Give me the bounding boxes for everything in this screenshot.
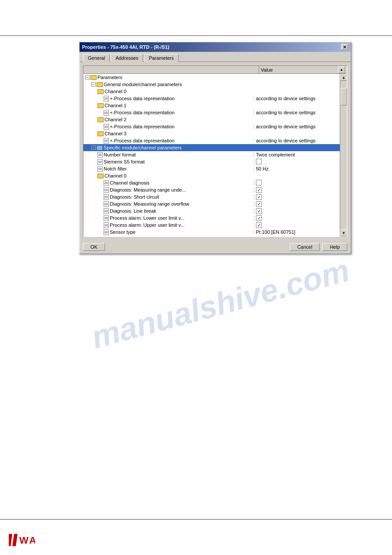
table-row[interactable]: Sensor type Pt 100 [EN 60751] <box>83 229 340 236</box>
table-row[interactable]: Process alarm: Upper user limit v... <box>83 221 340 229</box>
header-value-col: Value ▲ <box>259 66 347 73</box>
dialog-footer: OK Cancel Help <box>79 240 351 254</box>
scroll-up-arrow[interactable]: ▲ <box>340 74 347 81</box>
vertical-scrollbar[interactable]: ▲ ▼ <box>340 74 347 236</box>
tab-general[interactable]: General <box>83 54 110 62</box>
table-row[interactable]: +-Process data representation according … <box>83 123 340 130</box>
doc-icon <box>104 138 109 144</box>
table-row[interactable]: Channel diagnosis <box>83 179 340 186</box>
top-rule <box>0 35 392 36</box>
table-header: Value ▲ <box>83 66 347 74</box>
doc-icon <box>104 229 109 235</box>
svg-rect-1 <box>12 534 18 546</box>
table-row[interactable]: − General module/channel parameters <box>83 81 340 88</box>
doc-icon <box>104 124 109 130</box>
bottom-rule <box>0 519 392 520</box>
table-row[interactable]: − Parameters <box>83 74 340 81</box>
expand-button[interactable]: − <box>85 75 90 80</box>
doc-icon <box>104 187 109 193</box>
folder-icon <box>90 75 97 80</box>
table-row[interactable]: Diagnosis: Measuring range unde... <box>83 186 340 193</box>
parameters-tree-table: Value ▲ − Parameters <box>83 65 347 237</box>
table-row[interactable]: +-Process data representation according … <box>83 109 340 116</box>
doc-icon <box>104 222 109 228</box>
expand-button[interactable]: − <box>91 145 96 150</box>
scrollbar-thumb[interactable] <box>341 88 347 105</box>
folder-icon <box>97 174 104 178</box>
checkbox-short-circuit[interactable] <box>256 194 262 200</box>
tab-parameters[interactable]: Parameters <box>144 54 179 62</box>
doc-icon <box>97 166 103 172</box>
table-row[interactable]: Channel 0 <box>83 172 340 179</box>
svg-rect-0 <box>9 534 12 546</box>
table-row[interactable]: +-Process data representation according … <box>83 137 340 144</box>
properties-dialog: Properties - 75x-450 4AI, RTD - (R-/S1) … <box>79 42 351 254</box>
page-background: Properties - 75x-450 4AI, RTD - (R-/S1) … <box>0 0 392 555</box>
folder-icon <box>97 117 104 122</box>
folder-icon <box>97 131 104 136</box>
wago-logo-icon: WAGO <box>9 534 35 546</box>
checkbox-process-lower[interactable] <box>256 215 262 221</box>
scroll-down-arrow[interactable]: ▼ <box>340 229 347 236</box>
table-row[interactable]: Channel 3 <box>83 130 340 137</box>
table-row[interactable]: − Specific module/channel parameters <box>83 144 340 151</box>
checkbox-line-break[interactable] <box>256 208 262 214</box>
table-row[interactable]: Siemens S5 format <box>83 158 340 165</box>
tab-bar: General Addresses Parameters <box>79 52 351 62</box>
doc-icon <box>104 215 109 221</box>
checkbox-channel-diagnosis[interactable] <box>256 180 262 185</box>
dialog-body: Value ▲ − Parameters <box>79 62 351 240</box>
table-row[interactable]: Channel 2 <box>83 116 340 123</box>
doc-icon <box>97 159 103 165</box>
table-row[interactable]: Connection type 2-wire <box>83 236 340 236</box>
doc-icon <box>104 194 109 200</box>
tab-addresses[interactable]: Addresses <box>111 54 143 62</box>
doc-icon <box>104 236 109 237</box>
doc-icon <box>104 208 109 214</box>
tree-content: − Parameters − General module/channel pa… <box>83 74 340 236</box>
ok-button[interactable]: OK <box>83 243 105 251</box>
table-row[interactable]: +-Process data representation according … <box>83 95 340 102</box>
help-button[interactable]: Help <box>322 243 347 251</box>
table-row[interactable]: Diagnosis: Measuring range overflow <box>83 200 340 207</box>
table-row[interactable]: Diagnosis: Short circuit <box>83 193 340 200</box>
doc-icon <box>104 110 109 116</box>
dialog-title: Properties - 75x-450 4AI, RTD - (R-/S1) <box>82 44 169 50</box>
header-name-col <box>83 66 259 73</box>
title-bar: Properties - 75x-450 4AI, RTD - (R-/S1) … <box>79 42 351 52</box>
doc-icon <box>104 96 109 102</box>
folder-icon <box>97 82 103 87</box>
watermark: manualshive.com <box>88 252 353 355</box>
scroll-up-button[interactable]: ▲ <box>338 66 345 73</box>
table-row[interactable]: Channel 0 <box>83 88 340 95</box>
table-row[interactable]: Number format Twos complement <box>83 151 340 158</box>
folder-icon <box>97 145 103 150</box>
checkbox-siemens-s5[interactable] <box>256 159 262 164</box>
doc-icon <box>104 180 109 186</box>
table-row[interactable]: Process alarm: Lower user limit v... <box>83 214 340 221</box>
checkbox-measuring-range-under[interactable] <box>256 187 262 193</box>
doc-icon <box>104 201 109 207</box>
doc-icon <box>97 152 103 158</box>
wago-logo: WAGO <box>9 534 35 546</box>
close-button[interactable]: ✕ <box>341 44 348 50</box>
checkbox-process-upper[interactable] <box>256 222 262 228</box>
table-row[interactable]: Channel 1 <box>83 102 340 109</box>
table-row[interactable]: Diagnosis: Line break <box>83 207 340 214</box>
folder-icon <box>97 103 104 108</box>
table-row[interactable]: Notch filter 50 Hz <box>83 165 340 172</box>
checkbox-measuring-overflow[interactable] <box>256 201 262 207</box>
svg-text:WAGO: WAGO <box>19 535 35 546</box>
expand-button[interactable]: − <box>91 82 96 87</box>
folder-icon <box>97 89 104 94</box>
cancel-button[interactable]: Cancel <box>290 243 320 251</box>
